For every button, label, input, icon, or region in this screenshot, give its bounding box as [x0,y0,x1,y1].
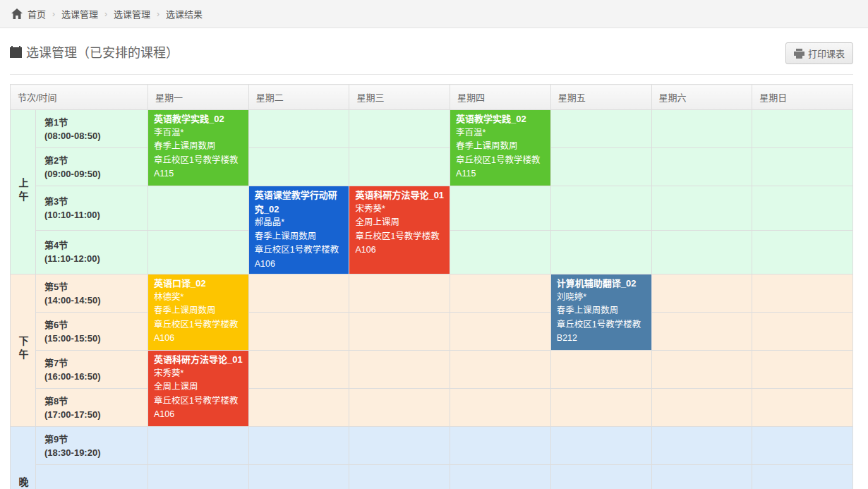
breadcrumb: 首页 › 选课管理 › 选课管理 › 选课结果 [0,0,868,28]
empty-cell [550,389,651,427]
empty-cell [248,427,349,465]
day-header-saturday: 星期六 [651,85,752,110]
course-block-monday-1-2[interactable]: 英语教学实践_02 李百温* 春季上课周数周 章丘校区1号教学楼教A115 [148,110,249,186]
title-bar: 选课管理（已安排的课程） 打印课表 [10,37,853,75]
empty-cell [651,427,752,465]
course-room: 章丘校区1号教学楼教A115 [154,154,243,181]
course-teacher: 郝晶晶* [255,216,344,230]
empty-cell [248,389,349,427]
empty-cell [550,427,651,465]
calendar-icon [10,46,22,58]
course-weeks: 全周上课周 [355,216,444,230]
empty-cell [651,389,752,427]
empty-cell [349,427,450,465]
empty-cell [651,351,752,389]
home-icon [11,8,23,19]
empty-cell [752,389,853,427]
course-room: 章丘校区1号教学楼教A106 [355,230,444,258]
period-cell-2: 第2节(09:00-09:50) [36,148,148,186]
breadcrumb-item-home[interactable]: 首页 [28,7,46,20]
period-cell-7: 第7节(16:00-16:50) [36,351,148,389]
print-schedule-button[interactable]: 打印课表 [785,42,853,64]
course-block-thursday-1-2[interactable]: 英语教学实践_02 李百温* 春季上课周数周 章丘校区1号教学楼教A115 [450,110,551,186]
empty-cell [450,351,551,389]
period-row-9: 晚 第9节(18:30-19:20) [11,427,853,465]
section-label-afternoon: 下午 [11,274,36,427]
period-cell-9: 第9节(18:30-19:20) [36,427,148,465]
empty-cell [651,186,752,231]
day-header-friday: 星期五 [550,85,651,110]
course-teacher: 刘晓婷* [557,291,646,305]
period-cell-10: 第10节(19:30-20:20) [36,465,148,489]
course-title: 英语教学实践_02 [154,112,243,126]
course-room: 章丘校区1号教学楼教A106 [154,394,243,422]
course-room: 章丘校区1号教学楼教A106 [154,318,243,346]
course-title: 英语口译_02 [154,277,243,291]
empty-cell [248,148,349,186]
empty-cell [349,313,450,351]
course-block-monday-5-6[interactable]: 英语口译_02 林德奖* 春季上课周数周 章丘校区1号教学楼教A106 [148,274,249,351]
course-block-friday-5-6[interactable]: 计算机辅助翻译_02 刘晓婷* 春季上课周数周 章丘校区1号教学楼教B212 [550,274,651,351]
period-row-6: 第6节(15:00-15:50) [11,313,853,351]
empty-cell [349,465,450,489]
course-weeks: 春季上课周数周 [255,230,344,244]
period-row-8: 第8节(17:00-17:50) [11,389,853,427]
empty-cell [349,148,450,186]
page-title: 选课管理（已安排的课程） [10,42,179,61]
course-title: 英语教学实践_02 [456,112,545,126]
empty-cell [752,313,853,351]
breadcrumb-item-course-mgmt-1[interactable]: 选课管理 [61,7,98,20]
course-weeks: 春季上课周数周 [154,304,243,318]
course-block-wednesday-3-4[interactable]: 英语科研方法导论_01 宋秀葵* 全周上课周 章丘校区1号教学楼教A106 [349,186,450,274]
main-content: 选课管理（已安排的课程） 打印课表 节次/时间 星期一 星期二 星期三 星期四 … [0,28,868,489]
empty-cell [450,313,551,351]
course-block-tuesday-3-4[interactable]: 英语课堂教学行动研究_02 郝晶晶* 春季上课周数周 章丘校区1号教学楼教A10… [248,186,349,274]
empty-cell [248,274,349,313]
period-row-10: 第10节(19:30-20:20) [11,465,853,489]
empty-cell [349,351,450,389]
period-row-5: 下午 第5节(14:00-14:50) 英语口译_02 林德奖* 春季上课周数周… [11,274,853,313]
empty-cell [752,465,853,489]
course-title: 英语科研方法导论_01 [355,188,444,203]
page-title-text: 选课管理（已安排的课程） [26,42,179,61]
breadcrumb-separator: › [52,9,55,19]
course-timetable: 节次/时间 星期一 星期二 星期三 星期四 星期五 星期六 星期日 上午 第1节… [10,84,853,489]
course-room: 章丘校区1号教学楼教A115 [456,154,545,181]
period-cell-4: 第4节(11:10-12:00) [36,230,148,274]
course-weeks: 全周上课周 [154,380,243,394]
empty-cell [550,110,651,148]
empty-cell [550,186,651,231]
period-row-3: 第3节(10:10-11:00) 英语课堂教学行动研究_02 郝晶晶* 春季上课… [11,186,853,231]
breadcrumb-separator: › [157,9,159,19]
breadcrumb-item-course-mgmt-2[interactable]: 选课管理 [114,7,150,20]
empty-cell [651,313,752,351]
course-teacher: 宋秀葵* [355,203,444,217]
empty-cell [752,351,853,389]
print-button-label: 打印课表 [808,47,845,60]
empty-cell [651,274,752,313]
corner-header: 节次/时间 [11,85,148,110]
course-title: 英语科研方法导论_01 [154,353,243,367]
period-cell-6: 第6节(15:00-15:50) [36,313,148,351]
empty-cell [651,110,752,148]
period-cell-5: 第5节(14:00-14:50) [36,274,148,313]
empty-cell [450,465,551,489]
course-block-monday-7-8[interactable]: 英语科研方法导论_01 宋秀葵* 全周上课周 章丘校区1号教学楼教A106 [148,351,249,427]
empty-cell [752,274,853,313]
empty-cell [450,389,551,427]
empty-cell [148,465,249,489]
empty-cell [651,230,752,274]
course-teacher: 李百温* [154,126,243,140]
course-title: 英语课堂教学行动研究_02 [255,188,344,216]
empty-cell [550,351,651,389]
empty-cell [651,465,752,489]
empty-cell [349,274,450,313]
day-header-monday: 星期一 [148,85,249,110]
period-cell-3: 第3节(10:10-11:00) [36,186,148,231]
empty-cell [148,186,249,231]
empty-cell [550,230,651,274]
period-cell-1: 第1节(08:00-08:50) [36,110,148,148]
empty-cell [651,148,752,186]
period-cell-8: 第8节(17:00-17:50) [36,389,148,427]
header-row: 节次/时间 星期一 星期二 星期三 星期四 星期五 星期六 星期日 [11,85,853,110]
